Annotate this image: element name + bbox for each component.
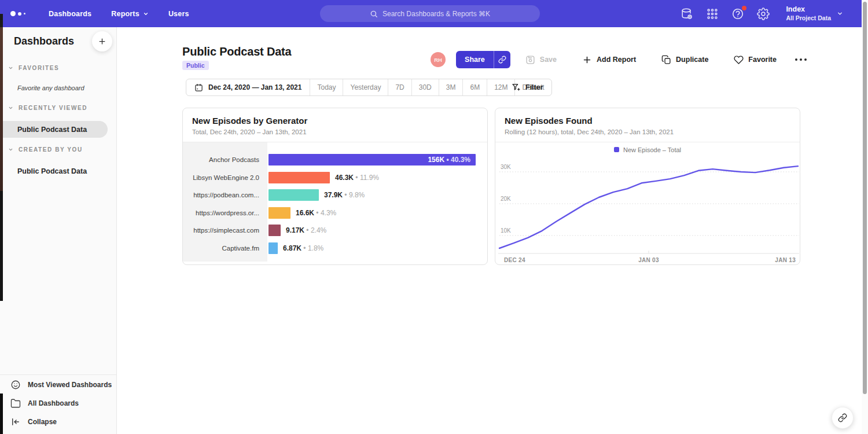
link-icon — [838, 413, 847, 422]
header-actions: RH Share Save Add Report Duplicate Favor… — [431, 51, 807, 68]
workspace-name: Index — [786, 5, 831, 14]
add-dashboard-button[interactable] — [92, 31, 112, 52]
apps-grid-icon[interactable] — [706, 8, 719, 20]
bar-value-label: 156K • 40.3% — [428, 156, 476, 164]
svg-text:20K: 20K — [501, 196, 511, 202]
folder-icon — [10, 398, 21, 409]
copy-link-fab[interactable] — [832, 407, 854, 429]
smiley-icon — [10, 380, 21, 390]
save-button[interactable]: Save — [525, 55, 557, 65]
date-preset-30d[interactable]: 30D — [411, 79, 439, 95]
share-link-button[interactable] — [494, 51, 510, 68]
screen-edge-strip — [0, 14, 3, 27]
bar — [269, 189, 319, 201]
filter-funnel-icon — [512, 83, 521, 92]
bar-value-label: 37.9K • 9.8% — [324, 191, 365, 199]
sidebar-item-public-podcast-data-2[interactable]: Public Podcast Data — [0, 163, 108, 179]
bar — [269, 242, 278, 254]
search-icon — [370, 10, 378, 18]
screen-edge-strip — [0, 27, 3, 191]
date-preset-3m[interactable]: 3M — [439, 79, 463, 95]
bar-category-label: Libsyn WebEngine 2.0 — [183, 174, 267, 181]
search-input[interactable]: Search Dashboards & Reports ⌘K — [320, 5, 540, 22]
nav-dashboards[interactable]: Dashboards — [49, 10, 91, 18]
svg-text:JAN 13: JAN 13 — [775, 257, 796, 263]
share-button[interactable]: Share — [456, 51, 494, 68]
bar-row: Libsyn WebEngine 2.046.3K • 11.9% — [183, 169, 487, 187]
notification-badge — [742, 6, 746, 10]
app-logo[interactable] — [10, 11, 35, 16]
bar-value-label: 6.87K • 1.8% — [283, 244, 323, 252]
more-options-button[interactable] — [795, 58, 807, 61]
bar-value-label: 46.3K • 11.9% — [335, 174, 379, 182]
bar — [269, 172, 330, 183]
heart-icon — [734, 55, 744, 65]
bar-category-label: Captivate.fm — [183, 245, 267, 252]
date-preset-12m[interactable]: 12M — [487, 79, 514, 95]
legend-swatch — [614, 147, 619, 152]
line-chart: 10K20K30KDEC 24JAN 03JAN 13 — [498, 157, 799, 264]
scrollbar-track — [862, 0, 868, 434]
sidebar-footer: Most Viewed Dashboards All Dashboards Co… — [0, 374, 116, 434]
copy-icon — [661, 55, 671, 65]
bar-category-label: https://simplecast.com — [183, 227, 267, 234]
card-title: New Episodes Found — [505, 116, 790, 126]
screen-edge-strip — [0, 191, 3, 301]
page-title: Public Podcast Data — [182, 45, 291, 58]
link-icon — [498, 56, 506, 64]
card-new-episodes-found: New Episodes Found Rolling (12 hours), t… — [495, 108, 800, 265]
date-preset-today[interactable]: Today — [310, 79, 343, 95]
most-viewed-dashboards-button[interactable]: Most Viewed Dashboards — [10, 380, 112, 390]
bar-row: Anchor Podcasts156K • 40.3% — [183, 151, 487, 169]
section-recently-viewed[interactable]: RECENTLY VIEWED — [8, 105, 87, 111]
legend-label: New Episode – Total — [623, 146, 681, 153]
duplicate-button[interactable]: Duplicate — [661, 55, 708, 65]
bar-chart: Anchor Podcasts156K • 40.3%Libsyn WebEng… — [183, 142, 487, 265]
settings-gear-icon[interactable] — [757, 8, 770, 20]
date-range-picker[interactable]: Dec 24, 2020 — Jan 13, 2021 — [186, 79, 310, 95]
scrollbar-thumb[interactable] — [863, 2, 867, 394]
chevron-down-icon — [8, 147, 13, 152]
bar-value-label: 9.17K • 2.4% — [286, 226, 326, 234]
bar-category-label: Anchor Podcasts — [183, 156, 267, 163]
date-preset-7d[interactable]: 7D — [388, 79, 411, 95]
nav-reports[interactable]: Reports — [111, 10, 149, 18]
bar — [269, 225, 281, 236]
bar-category-label: https://wordpress.or... — [183, 209, 267, 216]
save-icon — [525, 55, 535, 65]
svg-text:30K: 30K — [501, 164, 511, 170]
plus-icon — [98, 37, 106, 46]
bar-row: https://simplecast.com9.17K • 2.4% — [183, 222, 487, 240]
share-button-group: Share — [456, 51, 510, 68]
screen-edge-strip — [0, 393, 3, 434]
search-placeholder: Search Dashboards & Reports ⌘K — [382, 10, 490, 18]
nav-users[interactable]: Users — [168, 10, 189, 18]
favorite-button[interactable]: Favorite — [734, 55, 777, 65]
date-range-bar: Dec 24, 2020 — Jan 13, 2021 TodayYesterd… — [186, 79, 552, 96]
section-favorites[interactable]: FAVORITES — [8, 65, 59, 71]
card-subtitle: Total, Dec 24th, 2020 – Jan 13th, 2021 — [192, 128, 478, 135]
card-title: New Episodes by Generator — [192, 116, 478, 126]
data-sources-icon[interactable] — [681, 8, 693, 20]
bar-row: https://wordpress.or...16.6K • 4.3% — [183, 204, 487, 222]
workspace-switcher[interactable]: Index All Project Data — [786, 5, 843, 22]
chart-legend: New Episode – Total — [495, 142, 800, 157]
section-created-by-you[interactable]: CREATED BY YOU — [8, 146, 83, 153]
bar-row: Captivate.fm6.87K • 1.8% — [183, 240, 487, 258]
sidebar-item-public-podcast-data[interactable]: Public Podcast Data — [0, 121, 108, 138]
filter-button[interactable]: Filter — [512, 79, 543, 96]
avatar[interactable]: RH — [431, 52, 446, 67]
top-navbar: Dashboards Reports Users Search Dashboar… — [0, 0, 862, 27]
date-preset-6m[interactable]: 6M — [462, 79, 487, 95]
workspace-scope: All Project Data — [786, 14, 831, 22]
calendar-icon — [194, 83, 203, 92]
help-icon[interactable] — [731, 8, 744, 20]
add-report-button[interactable]: Add Report — [582, 55, 636, 65]
all-dashboards-button[interactable]: All Dashboards — [10, 398, 79, 409]
date-preset-yesterday[interactable]: Yesterday — [343, 79, 388, 95]
chevron-down-icon — [837, 10, 843, 17]
chevron-down-icon — [8, 105, 13, 111]
collapse-sidebar-button[interactable]: Collapse — [10, 417, 57, 427]
sidebar: Dashboards FAVORITES Favorite any dashbo… — [0, 27, 117, 434]
chevron-down-icon — [8, 65, 13, 71]
